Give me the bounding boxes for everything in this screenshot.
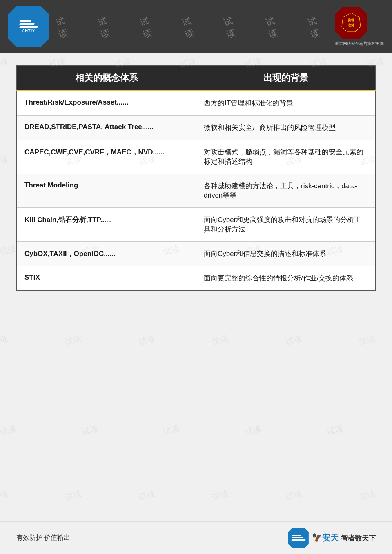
cell-left-5: CybOX,TAXII，OpenIOC...... [17, 242, 196, 266]
col-header-left: 相关的概念体系 [17, 66, 196, 91]
footer-brand-sub: 智者数天下 [341, 534, 376, 542]
header-wm-1: 试读 [54, 12, 78, 40]
header-right-logo-area: 御境 态势 重大网络安全态势掌控围圈 [335, 7, 384, 47]
pwm-1: 试读 [0, 55, 9, 70]
table-row-0: Threat/Risk/Exposure/Asset......西方的IT管理和… [17, 91, 375, 116]
header-right-logo: 御境 态势 [335, 7, 368, 39]
pwm-14: 试读 [0, 243, 18, 258]
cell-right-6: 面向更完整的综合性的情报分析/作业/交换的体系 [196, 266, 375, 291]
footer-logo-icon [288, 528, 309, 548]
footer-tagline: 有效防护 价值输出 [16, 534, 70, 542]
table-row-5: CybOX,TAXII，OpenIOC......面向Cyber和信息交换的描述… [17, 242, 375, 266]
header-logo: ANTIY [8, 6, 49, 47]
header-wm-3: 试读 [138, 12, 162, 40]
header-wm-5: 试读 [222, 12, 245, 40]
cell-left-3: Threat Modeling [17, 174, 196, 208]
table-header-row: 相关的概念体系 出现的背景 [17, 66, 375, 91]
cell-left-4: Kill Chain,钻石分析,TTP...... [17, 208, 196, 242]
pwm-8: 试读 [0, 153, 9, 168]
main-content: 相关的概念体系 出现的背景 Threat/Risk/Exposure/Asset… [16, 65, 376, 513]
cell-left-6: STIX [17, 266, 196, 291]
cell-right-3: 各种威胁建模的方法论，工具，risk-centric，data-driven等等 [196, 174, 375, 208]
cell-left-2: CAPEC,CWE,CVE,CVRF，MAEC，NVD...... [17, 140, 196, 174]
header-watermark-area: 试读 试读 试读 试读 试读 试读 试读 [49, 14, 335, 39]
header-wm-2: 试读 [96, 12, 120, 40]
svg-marker-0 [342, 13, 361, 32]
svg-text:态势: 态势 [347, 23, 354, 27]
header-wm-6: 试读 [264, 12, 287, 40]
pwm-30: 试读 [0, 488, 9, 503]
cell-right-0: 西方的IT管理和标准化的背景 [196, 91, 375, 116]
cell-left-0: Threat/Risk/Exposure/Asset...... [17, 91, 196, 116]
footer: 有效防护 价值输出 🦅安天 智者数天下 [0, 521, 392, 554]
table-row-1: DREAD,STRIDE,PASTA, Attack Tree......微软和… [17, 116, 375, 140]
footer-brand-container: 🦅安天 智者数天下 [312, 532, 376, 543]
col-header-right: 出现的背景 [196, 66, 375, 91]
logo-antiy-text: ANTIY [20, 29, 38, 33]
cell-left-1: DREAD,STRIDE,PASTA, Attack Tree...... [17, 116, 196, 140]
header-wm-4: 试读 [180, 12, 204, 40]
header-right-logo-text: 御境 态势 [341, 12, 361, 33]
cell-right-4: 面向Cyber和更高强度的攻击和对抗的场景的分析工具和分析方法 [196, 208, 375, 242]
footer-brand-name: 🦅安天 智者数天下 [312, 532, 376, 543]
header-wm-7: 试读 [306, 12, 330, 40]
table-row-6: STIX面向更完整的综合性的情报分析/作业/交换的体系 [17, 266, 375, 291]
table-row-2: CAPEC,CWE,CVE,CVRF，MAEC，NVD......对攻击模式，脆… [17, 140, 375, 174]
pwm-19: 试读 [0, 333, 9, 347]
svg-text:御境: 御境 [347, 18, 355, 22]
cell-right-1: 微软和相关安全厂商所推出的风险管理模型 [196, 116, 375, 140]
concepts-table: 相关的概念体系 出现的背景 Threat/Risk/Exposure/Asset… [16, 65, 376, 291]
pwm-25: 试读 [0, 423, 18, 437]
cell-right-5: 面向Cyber和信息交换的描述和标准体系 [196, 242, 375, 266]
footer-right-logo: 🦅安天 智者数天下 [288, 528, 376, 548]
table-row-4: Kill Chain,钻石分析,TTP......面向Cyber和更高强度的攻击… [17, 208, 375, 242]
header: ANTIY 试读 试读 试读 试读 试读 试读 试读 御境 态势 重大网络安全态… [0, 0, 392, 53]
table-row-3: Threat Modeling各种威胁建模的方法论，工具，risk-centri… [17, 174, 375, 208]
cell-right-2: 对攻击模式，脆弱点，漏洞等各种基础的安全元素的标定和描述结构 [196, 140, 375, 174]
header-right-subtext: 重大网络安全态势掌控围圈 [335, 41, 384, 47]
